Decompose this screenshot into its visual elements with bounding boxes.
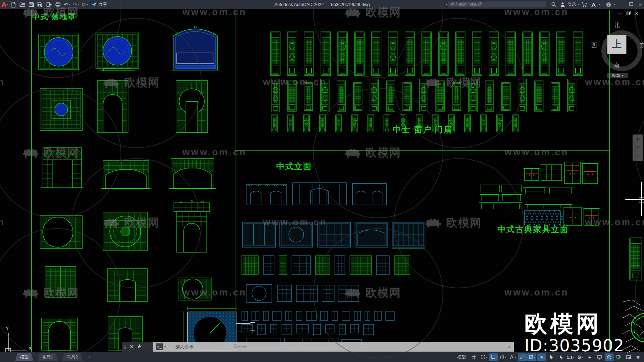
save-icon[interactable] [28,1,34,8]
autocad-window: A ▾ ↶▾↷▾▾ 共享 Autodesk AutoCAD 2022 5b3c2… [0,0,644,362]
share-plane-icon[interactable] [91,1,97,8]
cad-geometry: YX [0,9,644,352]
autocad-logo-icon[interactable]: A [1,1,6,8]
zoom-icon[interactable]: ▾ [637,154,639,159]
snap-icon[interactable]: ▾ [479,353,488,361]
viewcube-west[interactable]: 西 [591,41,597,49]
svg-text:?: ? [608,3,610,6]
brand-name: 欧模网 [525,312,624,335]
expand-history-icon[interactable]: ▲ [508,345,511,349]
app-title: Autodesk AutoCAD 2022 [274,2,324,7]
drawing-canvas[interactable]: YX 中式 落地罩 中士 窗户 门扇 中式立面 中式古典家具立面 — ✕ 上 北… [0,9,644,352]
drag-grip-icon[interactable]: ⣿ [124,345,127,349]
quick-access-toolbar: ↶▾↷▾▾ [8,1,97,8]
command-line[interactable]: >_ ▾ 键入命令 ▲ [153,342,514,352]
polar-icon[interactable]: ▾ [498,353,507,361]
new-layout-tab[interactable]: + [86,354,93,361]
export-icon[interactable] [46,1,52,8]
navigation-bar[interactable]: ◉ ✥ ▾ [633,134,643,161]
viewcube-east[interactable]: 东 [640,41,644,49]
login-button[interactable]: 登录 [568,1,576,8]
close-drawing-button[interactable]: ✕ [635,11,638,16]
wcs-dropdown[interactable]: WCS▾ [607,73,628,78]
chevron-down-icon[interactable]: ▾ [578,3,580,6]
brand-id: ID:3035902 [525,337,624,354]
ortho-icon[interactable] [489,353,498,361]
divider: | [601,2,602,7]
open-folder-icon[interactable] [19,1,25,8]
print-icon[interactable] [55,1,61,8]
brand-watermark: 欧模网 ID:3035902 [525,312,624,354]
tab-布局1[interactable]: 布局1 [37,353,58,361]
label-elevations: 中式立面 [276,161,312,172]
document-name: 5b3c20c19faf9.dwg [331,2,370,7]
title-bar: A ▾ ↶▾↷▾▾ 共享 Autodesk AutoCAD 2022 5b3c2… [0,0,644,9]
command-input[interactable]: 键入命令 [175,344,194,350]
close-button[interactable]: ✕ [638,2,642,7]
corner-lattice-pattern [622,300,644,353]
search-input[interactable]: 键入关键字或短语 [448,1,546,8]
menu-icon[interactable]: ≡ [634,353,643,361]
titlebar-right: ▸ 键入关键字或短语 登录 ▾ ▾ | ? ▾ — ✕ [446,0,644,9]
pan-icon[interactable]: ✥ [636,145,639,150]
model-paper-toggle[interactable]: 模型 [457,354,466,360]
label-furniture: 中式古典家具立面 [497,224,569,235]
search-icon[interactable] [551,2,556,7]
save-as-icon[interactable] [37,1,43,8]
new-file-icon[interactable] [10,1,16,8]
viewcube-south[interactable]: 南 [613,61,619,69]
command-prompt-icon[interactable]: >_ [156,343,163,350]
screen-icon[interactable] [624,353,633,361]
window-controls: — ✕ [620,2,642,7]
viewcube-top-face[interactable]: 上 [607,35,626,54]
label-floor-screens: 中式 落地罩 [32,12,76,22]
autodesk-icon[interactable] [591,2,596,7]
layout-tabs: 模型布局1布局2+ [15,353,93,361]
drawing-window-controls: — ✕ [618,11,638,16]
user-icon[interactable] [560,2,565,7]
close-command-bar-icon[interactable]: ✕ [130,343,134,350]
iso-icon[interactable]: ▾ [508,353,517,361]
svg-text:Y: Y [6,326,9,331]
redo-icon[interactable]: ↷▾ [73,1,79,8]
maximize-button[interactable] [629,2,633,7]
grid-icon[interactable] [469,353,478,361]
label-windows-doors: 中士 窗户 门扇 [393,124,453,135]
chevron-down-icon[interactable]: ▾ [614,3,615,6]
cart-icon[interactable] [581,2,587,7]
minimize-button[interactable]: — [620,2,624,7]
key-icon [233,343,249,351]
undo-icon[interactable]: ↶▾ [64,1,70,8]
minimize-drawing-button[interactable]: — [618,11,623,16]
tab-布局2[interactable]: 布局2 [62,353,83,361]
crosshair-pickbox [639,197,644,202]
svg-text:X: X [29,346,32,351]
help-icon[interactable]: ? [606,2,611,8]
tab-模型[interactable]: 模型 [15,353,34,361]
plot-icon[interactable]: ▾ [82,1,88,8]
share-button[interactable]: 共享 [98,1,107,8]
chevron-down-icon[interactable]: ▾ [164,345,166,348]
customize-wrench-icon[interactable] [137,344,142,350]
steering-wheel-icon[interactable]: ◉ [636,137,640,141]
viewcube-north[interactable]: 北 [614,21,620,29]
restore-drawing-button[interactable] [626,11,631,16]
chevron-down-icon[interactable]: ▾ [599,3,600,6]
command-bar-handle[interactable]: ⣿ ✕ [122,342,153,352]
